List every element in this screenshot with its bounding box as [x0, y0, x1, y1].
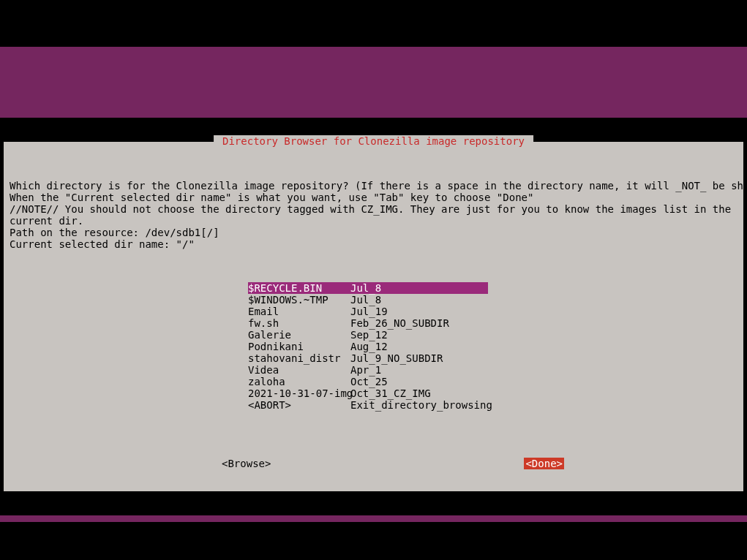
list-item[interactable]: $WINDOWS.~TMPJul_8 — [248, 294, 737, 306]
directory-browser-dialog: Directory Browser for Clonezilla image r… — [3, 141, 744, 492]
dialog-buttons: <Browse> <Done> — [222, 458, 737, 469]
list-item[interactable]: GalerieSep_12 — [248, 329, 737, 341]
list-item-name: Videa — [248, 364, 350, 376]
directory-list[interactable]: $RECYCLE.BINJul_8$WINDOWS.~TMPJul_8Email… — [248, 282, 737, 411]
list-item-info: Jul_9_NO_SUBDIR — [350, 352, 443, 364]
list-item-name: <ABORT> — [248, 399, 350, 411]
list-item-name: Podnikani — [248, 341, 350, 352]
list-item-name: Galerie — [248, 329, 350, 341]
list-item-name: fw.sh — [248, 317, 350, 329]
list-item[interactable]: $RECYCLE.BINJul_8 — [248, 282, 488, 294]
list-item[interactable]: 2021-10-31-07-imgOct_31_CZ_IMG — [248, 387, 737, 399]
list-item-info: Feb_26_NO_SUBDIR — [350, 317, 449, 329]
list-item[interactable]: PodnikaniAug_12 — [248, 341, 737, 352]
done-button[interactable]: <Done> — [524, 458, 564, 469]
list-item-info: Aug_12 — [350, 341, 388, 352]
list-item[interactable]: fw.shFeb_26_NO_SUBDIR — [248, 317, 737, 329]
list-item-info: Exit_directory_browsing — [350, 399, 492, 411]
list-item[interactable]: VideaApr_1 — [248, 364, 737, 376]
browse-button[interactable]: <Browse> — [222, 458, 271, 469]
top-background — [0, 47, 747, 118]
list-item-name: Email — [248, 306, 350, 317]
list-item-name: zaloha — [248, 376, 350, 387]
list-item-info: Jul_8 — [350, 294, 381, 306]
list-item-info: Jul_8 — [350, 282, 381, 294]
gap — [0, 515, 747, 522]
list-item-info: Apr_1 — [350, 364, 381, 376]
list-item-name: 2021-10-31-07-img — [248, 387, 350, 399]
list-item[interactable]: stahovani_distrJul_9_NO_SUBDIR — [248, 352, 737, 364]
list-item[interactable]: zalohaOct_25 — [248, 376, 737, 387]
list-item-info: Oct_25 — [350, 376, 388, 387]
list-item-name: $WINDOWS.~TMP — [248, 294, 350, 306]
list-item[interactable]: <ABORT>Exit_directory_browsing — [248, 399, 737, 411]
list-item-info: Oct_31_CZ_IMG — [350, 387, 431, 399]
dialog-title: Directory Browser for Clonezilla image r… — [214, 135, 534, 147]
black-strip — [0, 534, 747, 557]
list-item-info: Jul_19 — [350, 306, 388, 317]
dialog-instructions: Which directory is for the Clonezilla im… — [10, 180, 737, 250]
list-item-name: stahovani_distr — [248, 352, 350, 364]
list-item[interactable]: EmailJul_19 — [248, 306, 737, 317]
list-item-name: $RECYCLE.BIN — [248, 282, 350, 294]
list-item-info: Sep_12 — [350, 329, 388, 341]
